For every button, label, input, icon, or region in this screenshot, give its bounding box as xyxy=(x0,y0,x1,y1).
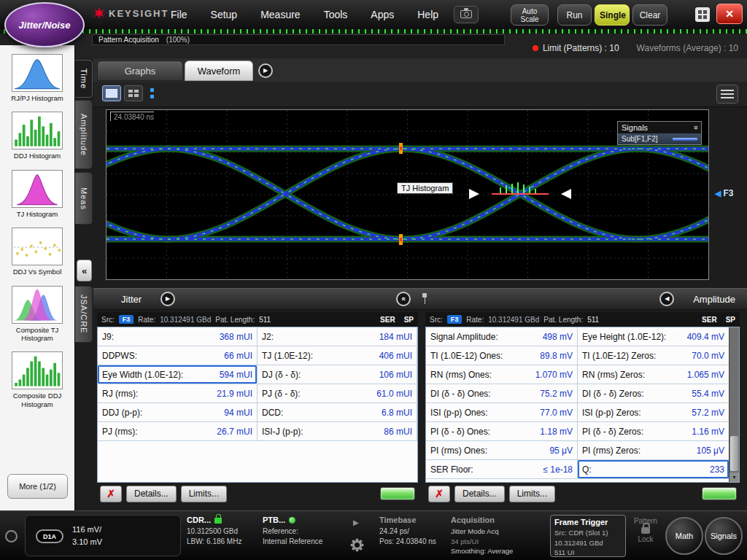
close-button[interactable]: ✕ xyxy=(716,4,743,24)
measurement-cell[interactable]: J9:368 mUI xyxy=(98,327,258,346)
fail-indicator-button[interactable]: ✗ xyxy=(100,486,122,502)
measurement-cell[interactable]: DCD:6.8 mUI xyxy=(258,403,417,422)
details-button[interactable]: Details... xyxy=(454,486,505,502)
tab-waveform[interactable]: Waveform xyxy=(185,61,253,81)
measurement-cell[interactable]: TJ (1.0E-12):406 mUI xyxy=(258,346,417,365)
menu-help[interactable]: Help xyxy=(417,9,438,20)
measurement-cell[interactable]: PJ (rms):26.7 mUI xyxy=(98,422,258,441)
measurement-label: PI (δ - δ) Ones: xyxy=(430,427,490,437)
single-view-button[interactable] xyxy=(102,85,121,101)
status-circle-icon[interactable] xyxy=(5,530,18,542)
more-button[interactable]: More (1/2) xyxy=(7,474,68,499)
sidebar-item-composite-ddj-histogram[interactable]: Composite DDJ Histogram xyxy=(3,351,71,408)
acquisition-panel[interactable]: Acquisition Jitter Mode Acq 34 pts/UI Sm… xyxy=(451,515,547,556)
run-button[interactable]: Run xyxy=(557,4,592,26)
channel-panel[interactable]: D1A 116 mV/ 3.10 mV xyxy=(25,515,181,556)
collapse-sidebar-button[interactable]: « xyxy=(77,260,92,281)
legend-collapse-icon[interactable]: « xyxy=(691,125,700,130)
sp-toggle[interactable]: SP xyxy=(404,316,414,324)
scroll-down-arrow[interactable]: ▼ xyxy=(729,472,739,482)
measurement-cell[interactable]: RN (rms) Zeros:1.065 mV xyxy=(578,365,729,384)
menu-tools[interactable]: Tools xyxy=(324,9,348,20)
cdr-panel[interactable]: CDR... 10.312500 GBd LBW: 6.186 MHz xyxy=(187,515,258,548)
math-button[interactable]: Math xyxy=(665,517,703,555)
tab-time[interactable]: Time xyxy=(75,60,93,98)
ptb-panel[interactable]: PTB... Reference: Internal Reference xyxy=(263,515,344,548)
scrollbar-thumb[interactable] xyxy=(730,436,738,471)
menu-apps[interactable]: Apps xyxy=(371,9,394,20)
amplitude-back-button[interactable]: ◀ xyxy=(659,292,674,306)
jitter-cycle-button[interactable]: ▶ xyxy=(160,292,175,306)
measurement-cell[interactable]: DDJ (p-p):94 mUI xyxy=(98,403,258,422)
menu-setup[interactable]: Setup xyxy=(211,9,238,20)
screenshot-button[interactable] xyxy=(454,6,479,23)
scrollbar[interactable]: ▼ xyxy=(729,327,739,482)
measurement-cell[interactable]: DJ (δ - δ):106 mUI xyxy=(258,365,417,384)
sidebar-item-tj-histogram[interactable]: TJ Histogram xyxy=(3,170,71,218)
auto-scale-button[interactable]: Auto Scale xyxy=(511,4,549,26)
measurement-cell[interactable]: Signal Amplitude:498 mV xyxy=(426,327,578,346)
measurement-label: J2: xyxy=(262,332,274,342)
measurement-cell[interactable]: J2:184 mUI xyxy=(258,327,417,346)
pin-icon[interactable] xyxy=(421,293,428,305)
frame-trigger-panel[interactable]: Frame Trigger Src: CDR (Slot 1) 10.31249… xyxy=(550,515,626,557)
measurement-label: ISI (p-p) Ones: xyxy=(430,408,488,418)
waveform-plot[interactable]: 24.03840 ns TJ Histogram Signals « Sub[F… xyxy=(106,109,709,280)
details-button[interactable]: Details... xyxy=(126,486,177,502)
expand-right-icon[interactable]: ▶ xyxy=(353,518,359,526)
gear-icon[interactable] xyxy=(352,540,362,550)
sidebar-item-rj-pj-histogram[interactable]: RJ/PJ Histogram xyxy=(3,54,71,102)
measurement-cell[interactable]: RN (rms) Ones:1.070 mV xyxy=(426,365,578,384)
channel-badge: D1A xyxy=(36,529,63,543)
pattern-lock-panel[interactable]: Pattern Lock xyxy=(629,517,662,544)
measurement-cell[interactable]: PI (rms) Zeros:105 μV xyxy=(578,441,729,460)
measurement-cell[interactable]: ISI-J (p-p):86 mUI xyxy=(258,422,417,441)
menu-measure[interactable]: Measure xyxy=(260,9,300,20)
measurement-cell[interactable]: PI (δ - δ) Zeros:1.16 mV xyxy=(578,422,729,441)
eye-center-markers xyxy=(399,143,403,245)
view-options-dots[interactable] xyxy=(150,88,154,98)
tab-amplitude[interactable]: Amplitude xyxy=(75,100,93,169)
plot-menu-button[interactable] xyxy=(716,85,738,104)
timebase-panel[interactable]: Timebase 24.24 ps/ Pos: 24.03840 ns xyxy=(379,515,448,548)
measurement-cell[interactable]: RJ (rms):21.9 mUI xyxy=(98,384,258,403)
measurement-cell[interactable]: ISI (p-p) Ones:77.0 mV xyxy=(426,403,578,422)
measurement-cell[interactable]: SER Floor:≤ 1e-18 xyxy=(426,460,578,479)
sp-toggle[interactable]: SP xyxy=(726,316,735,324)
measurement-cell[interactable]: Eye Height (1.0E-12):409.4 mV xyxy=(578,327,729,346)
measurement-cell[interactable]: PI (rms) Ones:95 μV xyxy=(426,441,578,460)
legend-item-sub-f1-f2[interactable]: Sub[F1,F2] xyxy=(618,133,701,144)
measurement-cell[interactable]: PJ (δ - δ):61.0 mUI xyxy=(258,384,417,403)
measurement-cell[interactable]: ISI (p-p) Zeros:57.2 mV xyxy=(578,403,729,422)
signals-button[interactable]: Signals xyxy=(705,517,743,555)
single-button[interactable]: Single xyxy=(595,4,630,26)
measurement-cell[interactable]: TI (1.0E-12) Ones:89.8 mV xyxy=(426,346,578,365)
limits-button[interactable]: Limits... xyxy=(509,486,555,502)
measurement-cell[interactable]: PI (δ - δ) Ones:1.18 mV xyxy=(426,422,578,441)
measurement-cell[interactable]: Eye Width (1.0E-12):594 mUI xyxy=(98,365,258,384)
tab-meas[interactable]: Meas xyxy=(75,172,93,225)
sidebar-item-ddj-vs-symbol[interactable]: DDJ Vs Symbol xyxy=(3,228,71,276)
measurement-cell[interactable]: TI (1.0E-12) Zeros:70.0 mV xyxy=(578,346,729,365)
sidebar-item-composite-tj-histogram[interactable]: Composite TJ Histogram xyxy=(3,286,71,343)
window-icon[interactable] xyxy=(695,7,710,22)
menu-file[interactable]: File xyxy=(171,9,187,20)
signals-legend[interactable]: Signals « Sub[F1,F2] xyxy=(617,121,702,145)
tab-cycle-button[interactable]: ▶ xyxy=(258,63,273,78)
fail-indicator-button[interactable]: ✗ xyxy=(428,486,450,502)
limits-button[interactable]: Limits... xyxy=(181,486,227,502)
grid-view-button[interactable] xyxy=(124,85,143,101)
measurement-cell[interactable]: DI (δ - δ) Ones:75.2 mV xyxy=(426,384,578,403)
tab-jsa-cre[interactable]: JSA/CRE xyxy=(75,286,93,343)
green-bar-histogram-icon xyxy=(12,112,63,149)
measurement-cell[interactable]: DI (δ - δ) Zeros:55.4 mV xyxy=(578,384,729,403)
sidebar-item-ddj-histogram[interactable]: DDJ Histogram xyxy=(3,112,71,160)
ser-toggle[interactable]: SER xyxy=(380,316,395,324)
ser-toggle[interactable]: SER xyxy=(702,316,717,324)
measurement-cell[interactable]: DDPWS:66 mUI xyxy=(98,346,258,365)
collapse-results-button[interactable]: « xyxy=(396,292,411,306)
measurement-cell[interactable]: Q:233 xyxy=(578,460,729,479)
tab-graphs[interactable]: Graphs xyxy=(97,61,183,81)
clear-button[interactable]: Clear xyxy=(632,4,667,26)
measurement-label: RN (rms) Ones: xyxy=(430,370,492,380)
